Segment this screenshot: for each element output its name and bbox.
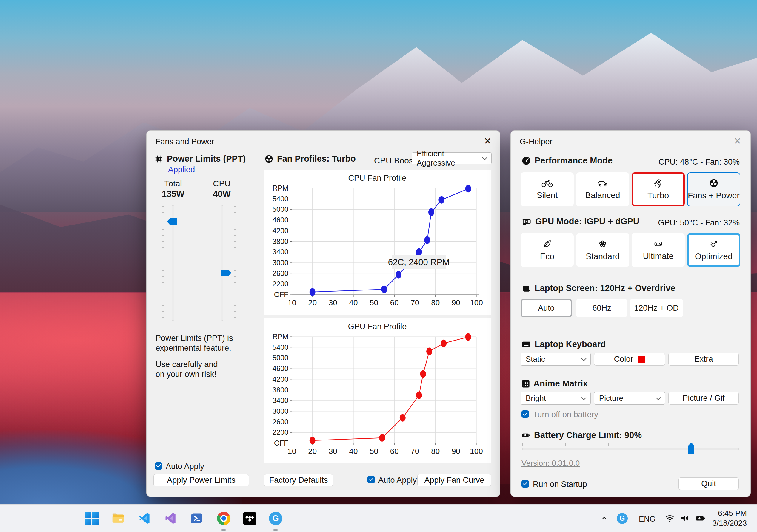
leaf-icon <box>542 239 552 249</box>
performance-mode-header: Performance Mode <box>522 156 613 165</box>
gpu-fan-curve-chart[interactable]: OFF220026003000340038004200460050005400R… <box>264 319 491 463</box>
desktop: Fans and Power × Power Limits (PPT) Appl… <box>0 0 757 532</box>
bulb-gear-icon <box>709 239 718 249</box>
matrix-picture-gif-button[interactable]: Picture / Gif <box>668 392 739 405</box>
taskbar: G G ENG <box>0 504 757 532</box>
cpu-slider-thumb[interactable] <box>221 269 231 276</box>
svg-text:RPM: RPM <box>273 332 288 341</box>
cpu-slider-track[interactable] <box>221 205 223 321</box>
visual-studio-icon[interactable] <box>164 512 178 525</box>
tray-volume-icon[interactable] <box>680 513 690 524</box>
factory-defaults-button[interactable]: Factory Defaults <box>264 474 333 486</box>
gpu-mode-optimized-label: Optimized <box>695 252 733 261</box>
svg-text:40: 40 <box>349 298 358 307</box>
battery-charge-limit-header: Battery Charge Limit: 90% <box>522 430 642 440</box>
chevron-down-icon <box>582 356 587 361</box>
cpu-slider-ticks <box>234 206 236 320</box>
svg-text:4600: 4600 <box>273 364 288 373</box>
performance-mode-header-label: Performance Mode <box>535 156 613 165</box>
chrome-icon[interactable] <box>217 512 230 525</box>
ghelper-logo-small: G <box>617 513 628 524</box>
fan-auto-apply-checkbox[interactable] <box>368 476 375 483</box>
cpu-slider-value: 40W <box>207 189 237 199</box>
svg-text:2200: 2200 <box>273 428 288 436</box>
speedometer-icon <box>522 156 531 165</box>
svg-text:4200: 4200 <box>273 375 288 383</box>
screen-auto-button[interactable]: Auto <box>521 299 572 317</box>
keyboard-mode-dropdown[interactable]: Static <box>521 353 591 366</box>
fan-auto-apply-label: Auto Apply <box>378 476 417 485</box>
perf-mode-turbo-label: Turbo <box>648 191 669 200</box>
cpu-boost-dropdown[interactable]: Efficient Aggressive <box>411 153 492 164</box>
matrix-mode-dropdown[interactable]: Picture <box>594 392 665 405</box>
tidal-icon[interactable] <box>243 512 257 525</box>
perf-mode-fans-power-button[interactable]: Fans + Power <box>687 172 740 206</box>
matrix-brightness-dropdown[interactable]: Bright <box>521 392 591 405</box>
windows-logo-icon <box>85 512 99 525</box>
ghelper-window-close-button[interactable]: × <box>734 135 741 147</box>
version-link[interactable]: Version: 0.31.0.0 <box>522 459 580 468</box>
ghelper-taskbar-icon[interactable]: G <box>269 512 282 525</box>
tray-show-hidden-icons[interactable] <box>599 513 610 524</box>
screen-120hz-od-button[interactable]: 120Hz + OD <box>629 299 683 317</box>
total-slider-label: Total <box>158 179 188 188</box>
fans-window-close-button[interactable]: × <box>484 135 491 147</box>
quit-button[interactable]: Quit <box>679 477 739 490</box>
screen-auto-label: Auto <box>538 304 555 313</box>
fan-icon <box>709 178 718 188</box>
tray-wifi-icon[interactable] <box>664 513 675 524</box>
gpu-mode-standard-button[interactable]: Standard <box>576 233 629 267</box>
keyboard-extra-button[interactable]: Extra <box>668 353 739 366</box>
apply-fan-curve-button[interactable]: Apply Fan Curve <box>417 474 491 486</box>
gamepad-icon <box>653 239 663 248</box>
fans-window-title: Fans and Power <box>156 137 214 146</box>
dot-matrix-icon <box>522 379 530 388</box>
perf-mode-balanced-button[interactable]: Balanced <box>576 172 629 206</box>
perf-mode-fans-power-label: Fans + Power <box>688 191 740 200</box>
power-auto-apply-checkbox[interactable] <box>155 462 163 470</box>
svg-text:5400: 5400 <box>273 343 288 351</box>
fans-and-power-window: Fans and Power × Power Limits (PPT) Appl… <box>146 130 500 497</box>
svg-text:80: 80 <box>431 447 440 456</box>
perf-mode-turbo-button[interactable]: Turbo <box>632 172 685 206</box>
gpu-mode-eco-button[interactable]: Eco <box>521 233 574 267</box>
keyboard-color-swatch <box>638 356 645 363</box>
tray-ghelper-icon[interactable]: G <box>617 513 628 524</box>
svg-text:10: 10 <box>288 447 296 456</box>
powershell-icon[interactable] <box>190 512 204 525</box>
perf-mode-silent-button[interactable]: Silent <box>521 172 574 206</box>
power-limits-header: Power Limits (PPT) <box>154 154 246 164</box>
svg-text:80: 80 <box>431 298 440 307</box>
ghelper-window-title: G-Helper <box>520 137 553 146</box>
svg-text:2200: 2200 <box>273 280 288 288</box>
cpu-fan-curve-chart[interactable]: OFF220026003000340038004200460050005400R… <box>264 170 491 315</box>
battery-slider-track[interactable] <box>522 448 739 450</box>
apply-power-limits-button[interactable]: Apply Power Limits <box>153 474 249 486</box>
vscode-icon[interactable] <box>137 512 151 525</box>
total-slider-thumb[interactable] <box>167 218 177 225</box>
screen-60hz-button[interactable]: 60Hz <box>576 299 627 317</box>
keyboard-color-button[interactable]: Color <box>594 353 665 366</box>
gpu-temp-fan-status: GPU: 50°C - Fan: 32% <box>658 218 740 228</box>
gpu-mode-ultimate-button[interactable]: Ultimate <box>632 233 685 267</box>
svg-text:5000: 5000 <box>273 354 288 362</box>
svg-text:4200: 4200 <box>273 227 288 235</box>
tray-clock[interactable]: 6:45 PM 3/18/2023 <box>712 508 747 528</box>
svg-text:50: 50 <box>370 298 378 307</box>
run-on-startup-checkbox[interactable] <box>522 480 529 488</box>
gpu-mode-optimized-button[interactable]: Optimized <box>687 233 740 267</box>
svg-text:90: 90 <box>452 298 460 307</box>
gpu-mode-ultimate-label: Ultimate <box>643 251 674 261</box>
file-explorer-icon[interactable] <box>111 512 125 525</box>
svg-text:10: 10 <box>288 298 296 307</box>
power-limits-applied-status: Applied <box>168 165 195 175</box>
battery-charging-icon <box>694 513 706 524</box>
start-button[interactable] <box>85 512 99 525</box>
vscode-logo <box>138 512 151 524</box>
tray-language[interactable]: ENG <box>639 515 655 524</box>
svg-text:60: 60 <box>390 298 399 307</box>
cpu-fan-chart-panel: OFF220026003000340038004200460050005400R… <box>264 170 491 315</box>
tray-battery-icon[interactable] <box>694 513 706 524</box>
turn-off-on-battery-checkbox[interactable] <box>522 410 529 418</box>
chrome-logo <box>217 512 230 525</box>
